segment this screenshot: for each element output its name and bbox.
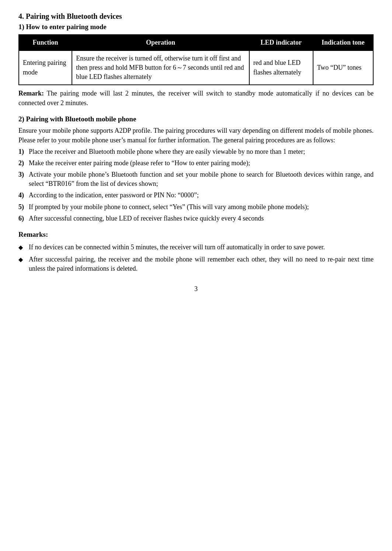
list-content-6: After successful connecting, blue LED of… <box>29 214 374 223</box>
table-header-operation: Operation <box>72 35 249 51</box>
remark-text: The pairing mode will last 2 minutes, th… <box>18 90 374 106</box>
section-2-heading: 2) Pairing with Bluetooth mobile phone <box>18 114 374 124</box>
table-row: Entering pairing mode Ensure the receive… <box>19 51 373 85</box>
bullet-content-2: After successful pairing, the receiver a… <box>29 255 374 273</box>
remark-block: Remark: The pairing mode will last 2 min… <box>18 89 374 107</box>
table-header-function: Function <box>19 35 72 51</box>
list-num-3: 3) <box>18 170 29 188</box>
bullet-item: ◆ If no devices can be connected within … <box>18 243 374 252</box>
list-item: 2) Make the receiver enter pairing mode … <box>18 159 374 168</box>
list-num-6: 6) <box>18 214 29 223</box>
list-item: 6) After successful connecting, blue LED… <box>18 214 374 223</box>
list-content-1: Place the receiver and Bluetooth mobile … <box>29 147 374 156</box>
list-item: 5) If prompted by your mobile phone to c… <box>18 202 374 212</box>
remarks-heading: Remarks: <box>18 230 374 240</box>
bullet-icon-1: ◆ <box>18 243 29 252</box>
sub-heading-1: 1) How to enter pairing mode <box>18 22 374 32</box>
list-item: 3) Activate your mobile phone’s Bluetoot… <box>18 170 374 188</box>
list-num-1: 1) <box>18 147 29 156</box>
main-heading: 4. Pairing with Bluetooth devices <box>18 11 374 21</box>
cell-function: Entering pairing mode <box>19 51 72 85</box>
section-2-intro: Ensure your mobile phone supports A2DP p… <box>18 126 374 145</box>
list-item: 4) According to the indication, enter pa… <box>18 191 374 200</box>
list-num-4: 4) <box>18 191 29 200</box>
remarks-section: Remarks: ◆ If no devices can be connecte… <box>18 230 374 273</box>
bullet-item: ◆ After successful pairing, the receiver… <box>18 255 374 273</box>
cell-operation: Ensure the receiver is turned off, other… <box>72 51 249 85</box>
bullet-content-1: If no devices can be connected within 5 … <box>29 243 374 252</box>
list-content-4: According to the indication, enter passw… <box>29 191 374 200</box>
table-header-led: LED indicator <box>249 35 313 51</box>
list-num-2: 2) <box>18 159 29 168</box>
table-header-tone: Indication tone <box>313 35 373 51</box>
list-num-5: 5) <box>18 202 29 212</box>
cell-led: red and blue LED flashes alternately <box>249 51 313 85</box>
cell-tone: Two “DU” tones <box>313 51 373 85</box>
list-content-3: Activate your mobile phone’s Bluetooth f… <box>29 170 374 188</box>
pairing-table: Function Operation LED indicator Indicat… <box>18 34 374 86</box>
page-number: 3 <box>18 284 374 294</box>
list-content-5: If prompted by your mobile phone to conn… <box>29 202 374 212</box>
bullet-list: ◆ If no devices can be connected within … <box>18 243 374 274</box>
remark-label: Remark: <box>18 90 44 97</box>
list-item: 1) Place the receiver and Bluetooth mobi… <box>18 147 374 156</box>
bullet-icon-2: ◆ <box>18 256 29 264</box>
list-content-2: Make the receiver enter pairing mode (pl… <box>29 159 374 168</box>
numbered-list: 1) Place the receiver and Bluetooth mobi… <box>18 147 374 223</box>
